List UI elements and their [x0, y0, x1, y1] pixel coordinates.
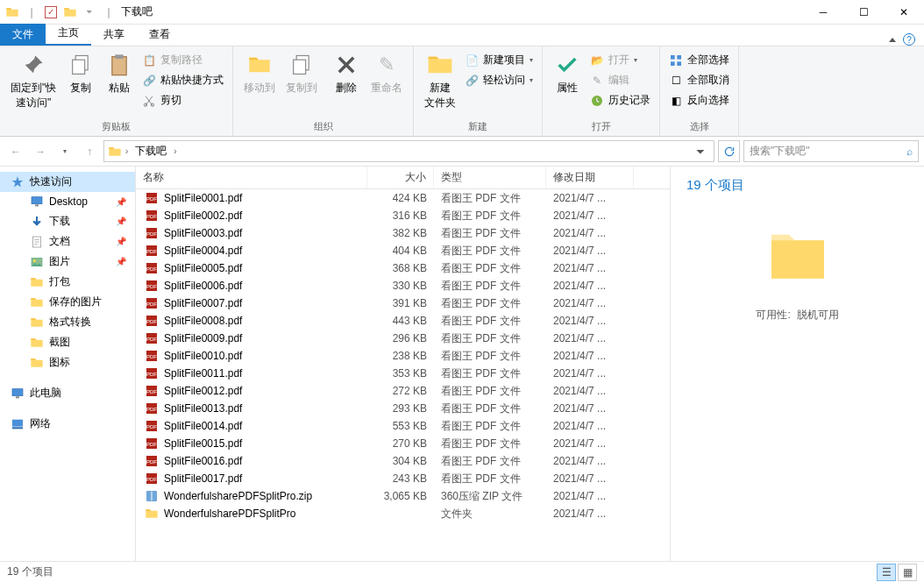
file-size: 391 KB: [367, 297, 434, 309]
table-row[interactable]: SplitFile0012.pdf272 KB看图王 PDF 文件2021/4/…: [136, 382, 670, 400]
search-input[interactable]: 搜索"下载吧" ⌕: [743, 140, 919, 162]
history-button[interactable]: 历史记录: [586, 91, 654, 110]
easy-access-button[interactable]: 🔗轻松访问▾: [461, 71, 537, 89]
breadcrumb[interactable]: 下载吧: [131, 144, 170, 159]
move-to-button[interactable]: 移动到: [238, 49, 281, 97]
paste-shortcut-button[interactable]: 🔗粘贴快捷方式: [139, 71, 227, 89]
address-chevron-icon[interactable]: ›: [125, 146, 128, 156]
new-folder-button[interactable]: 新建 文件夹: [419, 49, 461, 112]
sidebar-item-folder[interactable]: 打包: [0, 272, 135, 292]
select-none-button[interactable]: ☐全部取消: [665, 71, 733, 89]
table-row[interactable]: WonderfulsharePDFSplitPro文件夹2021/4/7 ...: [136, 505, 670, 522]
view-icons-button[interactable]: ▦: [898, 564, 917, 581]
table-row[interactable]: SplitFile0017.pdf243 KB看图王 PDF 文件2021/4/…: [136, 470, 670, 487]
group-label-new: 新建: [419, 118, 537, 136]
sidebar-quick-access[interactable]: 快速访问: [0, 172, 135, 192]
tab-view[interactable]: 查看: [137, 24, 182, 46]
qat-dropdown[interactable]: ⏷: [82, 5, 96, 19]
copy-to-button[interactable]: 复制到: [281, 49, 323, 97]
help-button[interactable]: ?: [903, 33, 915, 46]
sidebar-this-pc[interactable]: 此电脑: [0, 383, 135, 403]
file-date: 2021/4/7 ...: [546, 455, 634, 467]
file-type: 看图王 PDF 文件: [434, 436, 546, 451]
table-row[interactable]: SplitFile0010.pdf238 KB看图王 PDF 文件2021/4/…: [136, 347, 670, 365]
file-name: SplitFile0006.pdf: [164, 280, 242, 292]
nav-history-dropdown[interactable]: ▾: [54, 141, 75, 162]
address-bar[interactable]: › 下载吧 › ⏷: [103, 140, 714, 162]
sidebar-item-folder[interactable]: 保存的图片: [0, 292, 135, 312]
properties-button[interactable]: 属性: [548, 49, 586, 97]
pin-to-quick-access-button[interactable]: 固定到"快 速访问": [5, 49, 61, 112]
nav-forward-button[interactable]: →: [30, 141, 51, 162]
table-row[interactable]: WonderfulsharePDFSplitPro.zip3,065 KB360…: [136, 487, 670, 505]
copy-button[interactable]: 复制: [61, 49, 100, 97]
sidebar-item-folder[interactable]: 图标: [0, 352, 135, 373]
table-row[interactable]: SplitFile0014.pdf553 KB看图王 PDF 文件2021/4/…: [136, 417, 670, 435]
file-icon: [145, 419, 159, 433]
file-icon: [145, 209, 159, 223]
collapse-ribbon-icon[interactable]: [889, 38, 896, 42]
file-date: 2021/4/7 ...: [546, 280, 634, 292]
edit-button[interactable]: ✎编辑: [586, 71, 654, 89]
new-item-button[interactable]: 📄新建项目▾: [461, 51, 537, 69]
sidebar-network[interactable]: 网络: [0, 414, 135, 434]
paste-button[interactable]: 粘贴: [100, 49, 139, 97]
sidebar-item-pictures[interactable]: 图片📌: [0, 252, 135, 272]
address-chevron-icon[interactable]: ›: [174, 146, 176, 156]
table-row[interactable]: SplitFile0016.pdf304 KB看图王 PDF 文件2021/4/…: [136, 452, 670, 470]
qat-checkbox[interactable]: ✓: [44, 5, 58, 19]
table-row[interactable]: SplitFile0005.pdf368 KB看图王 PDF 文件2021/4/…: [136, 259, 670, 277]
sidebar-item-downloads[interactable]: 下载📌: [0, 211, 135, 231]
table-row[interactable]: SplitFile0002.pdf316 KB看图王 PDF 文件2021/4/…: [136, 207, 670, 224]
delete-button[interactable]: 删除: [327, 49, 366, 97]
tab-share[interactable]: 共享: [91, 24, 137, 46]
file-size: 270 KB: [367, 437, 434, 450]
sidebar-item-folder[interactable]: 截图: [0, 332, 135, 352]
invert-selection-button[interactable]: ◧反向选择: [665, 91, 733, 110]
file-name: SplitFile0008.pdf: [164, 315, 242, 327]
minimize-button[interactable]: ─: [803, 0, 843, 25]
sidebar-item-documents[interactable]: 文档📌: [0, 231, 135, 252]
file-size: 424 KB: [367, 192, 434, 204]
nav-up-button[interactable]: ↑: [79, 141, 100, 162]
refresh-button[interactable]: [718, 140, 740, 162]
column-headers: 名称 大小 类型 修改日期: [136, 167, 670, 189]
file-list[interactable]: SplitFile0001.pdf424 KB看图王 PDF 文件2021/4/…: [136, 189, 670, 561]
sidebar-item-folder[interactable]: 格式转换: [0, 312, 135, 332]
table-row[interactable]: SplitFile0001.pdf424 KB看图王 PDF 文件2021/4/…: [136, 189, 670, 207]
column-name[interactable]: 名称: [136, 167, 367, 188]
statusbar: 19 个项目 ☰ ▦: [0, 561, 924, 582]
pin-icon: 📌: [116, 216, 126, 226]
view-details-button[interactable]: ☰: [877, 564, 896, 581]
file-type: 看图王 PDF 文件: [434, 349, 546, 364]
copy-path-button[interactable]: 📋复制路径: [139, 51, 227, 69]
close-button[interactable]: ✕: [884, 0, 924, 25]
open-button[interactable]: 📂打开▾: [586, 51, 654, 69]
file-date: 2021/4/7 ...: [546, 245, 634, 257]
file-type: 看图王 PDF 文件: [434, 226, 546, 241]
table-row[interactable]: SplitFile0003.pdf382 KB看图王 PDF 文件2021/4/…: [136, 224, 670, 242]
address-dropdown-button[interactable]: ⏷: [691, 142, 710, 161]
table-row[interactable]: SplitFile0008.pdf443 KB看图王 PDF 文件2021/4/…: [136, 312, 670, 330]
qat-folder-icon[interactable]: [63, 5, 77, 19]
table-row[interactable]: SplitFile0015.pdf270 KB看图王 PDF 文件2021/4/…: [136, 435, 670, 452]
file-date: 2021/4/7 ...: [546, 332, 634, 344]
select-all-button[interactable]: 全部选择: [665, 51, 733, 69]
tab-file[interactable]: 文件: [0, 24, 46, 46]
column-size[interactable]: 大小: [367, 167, 434, 188]
table-row[interactable]: SplitFile0007.pdf391 KB看图王 PDF 文件2021/4/…: [136, 295, 670, 312]
table-row[interactable]: SplitFile0006.pdf330 KB看图王 PDF 文件2021/4/…: [136, 277, 670, 295]
table-row[interactable]: SplitFile0013.pdf293 KB看图王 PDF 文件2021/4/…: [136, 400, 670, 417]
column-date[interactable]: 修改日期: [546, 167, 634, 188]
table-row[interactable]: SplitFile0009.pdf296 KB看图王 PDF 文件2021/4/…: [136, 330, 670, 347]
table-row[interactable]: SplitFile0011.pdf353 KB看图王 PDF 文件2021/4/…: [136, 365, 670, 382]
sidebar-item-desktop[interactable]: Desktop📌: [0, 192, 135, 211]
table-row[interactable]: SplitFile0004.pdf404 KB看图王 PDF 文件2021/4/…: [136, 242, 670, 259]
rename-button[interactable]: ✎重命名: [366, 49, 408, 97]
tab-home[interactable]: 主页: [46, 22, 91, 46]
file-name: SplitFile0014.pdf: [164, 420, 242, 432]
cut-button[interactable]: 剪切: [139, 91, 227, 110]
column-type[interactable]: 类型: [434, 167, 546, 188]
nav-back-button[interactable]: ←: [5, 141, 26, 162]
maximize-button[interactable]: ☐: [843, 0, 884, 25]
